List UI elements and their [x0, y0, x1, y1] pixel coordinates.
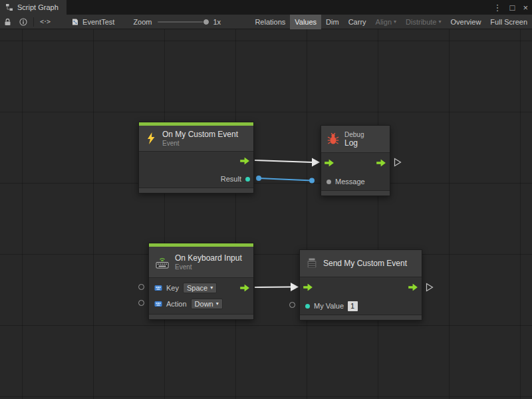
flow-output-port[interactable] — [376, 160, 386, 167]
node-title: Send My Custom Event — [323, 259, 407, 268]
node-title: Log — [344, 138, 364, 148]
node-send-my-custom-event[interactable]: Send My Custom Event My Value 1 — [299, 249, 422, 321]
titlebar: Script Graph ⋮ □ × — [0, 0, 532, 15]
node-header[interactable]: On My Custom Event Event — [139, 126, 253, 151]
fullscreen-button[interactable]: Full Screen — [485, 15, 532, 29]
flow-row — [321, 153, 390, 173]
chevron-down-icon: ▾ — [394, 19, 396, 25]
action-input-row: Action Down ▾ — [149, 296, 253, 312]
graph-asset-icon — [71, 18, 79, 26]
my-value-input-ring[interactable] — [289, 302, 295, 308]
my-value-field[interactable]: 1 — [348, 301, 358, 311]
relations-button[interactable]: Relations — [250, 15, 290, 29]
key-port-label: Key — [166, 284, 179, 292]
keyboard-icon — [154, 255, 170, 269]
flow-output-port[interactable] — [240, 158, 250, 165]
graph-breadcrumb[interactable]: EventTest — [71, 18, 114, 26]
action-type-icon — [154, 300, 162, 308]
message-input-port[interactable] — [327, 180, 331, 184]
zoom-label: Zoom — [133, 18, 152, 26]
my-value-input-port[interactable] — [305, 304, 310, 309]
node-debug-log[interactable]: Debug Log Message — [321, 125, 390, 196]
zoom-slider-handle[interactable] — [203, 19, 209, 25]
align-button[interactable]: Align▾ — [371, 15, 401, 29]
overview-button[interactable]: Overview — [446, 15, 486, 29]
flow-output-port[interactable] — [240, 285, 250, 292]
flow-continuation-triangle — [426, 283, 434, 292]
key-input-ring[interactable] — [138, 284, 144, 290]
message-port-label: Message — [335, 178, 365, 186]
zoom-slider[interactable] — [158, 21, 208, 23]
connections-layer — [0, 29, 532, 399]
inspect-button[interactable] — [15, 15, 31, 29]
maximize-icon[interactable]: □ — [506, 3, 519, 13]
node-header[interactable]: Send My Custom Event — [300, 250, 422, 277]
chevron-down-icon: ▾ — [216, 301, 219, 307]
result-port-label: Result — [221, 175, 241, 183]
connection-value-result-message[interactable] — [256, 176, 315, 184]
node-body: Key Space ▾ Action — [149, 277, 253, 315]
graph-name: EventTest — [82, 18, 114, 26]
action-input-ring[interactable] — [138, 300, 144, 306]
tab-script-graph[interactable]: Script Graph — [0, 0, 66, 15]
action-dropdown[interactable]: Down ▾ — [191, 299, 223, 309]
result-output-port[interactable] — [245, 177, 250, 182]
dim-button[interactable]: Dim — [321, 15, 344, 29]
flow-input-port[interactable] — [303, 284, 313, 291]
node-footer — [139, 188, 253, 193]
chevron-down-icon: ▾ — [210, 285, 213, 291]
close-icon[interactable]: × — [519, 3, 532, 13]
flow-continuation-triangle — [394, 158, 402, 167]
key-dropdown[interactable]: Space ▾ — [183, 283, 217, 293]
node-footer — [321, 191, 390, 196]
node-body: My Value 1 — [300, 277, 422, 315]
window-controls: ⋮ □ × — [489, 0, 532, 15]
info-icon — [19, 18, 27, 26]
node-on-my-custom-event[interactable]: On My Custom Event Event Result — [138, 122, 254, 194]
key-input-row: Key Space ▾ — [149, 280, 253, 296]
node-body: Message — [321, 152, 390, 191]
node-body: Result — [139, 151, 253, 188]
code-view-button[interactable]: <·> — [36, 15, 54, 29]
chevron-down-icon: ▾ — [439, 19, 442, 25]
script-graph-icon — [5, 3, 13, 11]
result-output-row: Result — [139, 170, 253, 188]
node-header[interactable]: On Keyboard Input Event — [149, 247, 253, 277]
node-title: On My Custom Event — [162, 130, 238, 139]
graph-canvas[interactable]: On My Custom Event Event Result — [0, 29, 532, 399]
zoom-control: Zoom 1x — [133, 18, 221, 26]
graph-toolbar: <·> EventTest Zoom 1x Relations Values D… — [0, 15, 532, 29]
node-surtitle: Debug — [344, 131, 364, 138]
connection-flow-keyboard-send[interactable] — [255, 283, 299, 291]
code-icon: <·> — [40, 18, 50, 25]
flow-output-row — [139, 152, 253, 170]
window-menu-icon[interactable]: ⋮ — [489, 3, 506, 13]
custom-event-icon — [305, 257, 319, 270]
zoom-value: 1x — [213, 18, 221, 26]
node-title: On Keyboard Input — [175, 253, 242, 263]
node-footer — [300, 315, 422, 320]
values-button[interactable]: Values — [290, 15, 321, 29]
my-value-input-row: My Value 1 — [300, 297, 422, 315]
distribute-button[interactable]: Distribute▾ — [401, 15, 446, 29]
flow-output-port[interactable] — [408, 284, 418, 291]
script-graph-window: Script Graph ⋮ □ × <·> — [0, 0, 532, 399]
carry-button[interactable]: Carry — [344, 15, 371, 29]
action-port-label: Action — [166, 300, 187, 308]
lock-button[interactable] — [0, 15, 15, 29]
node-footer — [149, 315, 253, 319]
flow-input-port[interactable] — [325, 160, 334, 167]
node-on-keyboard-input[interactable]: On Keyboard Input Event Key Space ▾ — [148, 243, 254, 320]
connection-flow-customevent-log[interactable] — [255, 158, 320, 167]
message-input-row: Message — [321, 173, 390, 190]
lock-icon — [4, 18, 11, 26]
flow-row — [300, 277, 422, 297]
toolbar-buttons: Relations Values Dim Carry Align▾ Distri… — [250, 15, 532, 29]
my-value-port-label: My Value — [314, 302, 344, 310]
tab-title: Script Graph — [17, 3, 59, 11]
node-subtitle: Event — [175, 263, 242, 271]
lightning-icon — [144, 132, 158, 145]
keycode-type-icon — [154, 284, 162, 292]
toolbar-divider — [33, 17, 34, 27]
node-header[interactable]: Debug Log — [321, 126, 390, 152]
